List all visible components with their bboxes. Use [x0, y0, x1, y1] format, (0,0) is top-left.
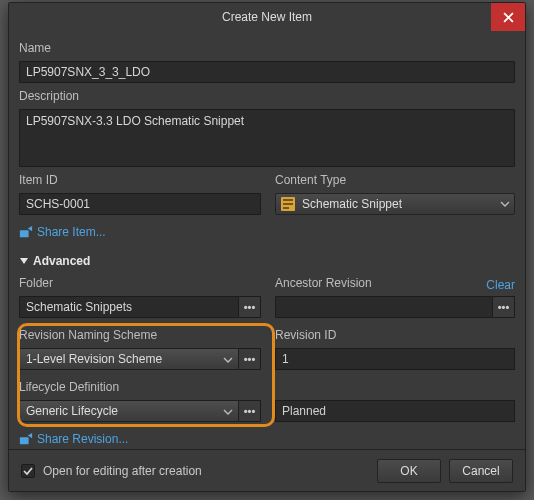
- ancestor-browse-button[interactable]: •••: [493, 296, 515, 318]
- ok-button[interactable]: OK: [377, 459, 441, 483]
- rev-id-label: Revision ID: [275, 328, 515, 342]
- rev-id-value: 1: [275, 348, 515, 370]
- share-item-link[interactable]: Share Item...: [19, 225, 106, 239]
- dialog-body: Name LP5907SNX_3_3_LDO Description LP590…: [9, 31, 525, 449]
- item-id-input[interactable]: SCHS-0001: [19, 193, 261, 215]
- svg-rect-3: [283, 207, 289, 209]
- rev-scheme-label: Revision Naming Scheme: [19, 328, 261, 342]
- folder-picker[interactable]: Schematic Snippets •••: [19, 296, 261, 318]
- collapse-triangle-icon: [19, 256, 29, 266]
- share-revision-link[interactable]: Share Revision...: [19, 432, 128, 446]
- check-icon: [23, 466, 33, 476]
- close-icon: [503, 12, 514, 23]
- titlebar: Create New Item: [9, 3, 525, 31]
- name-input[interactable]: LP5907SNX_3_3_LDO: [19, 61, 515, 83]
- advanced-toggle[interactable]: Advanced: [19, 254, 515, 268]
- svg-rect-1: [283, 199, 293, 201]
- open-after-checkbox[interactable]: [21, 464, 35, 478]
- lifecycle-select[interactable]: Generic Lifecycle: [19, 400, 239, 422]
- ancestor-label: Ancestor Revision: [275, 276, 372, 290]
- dialog-footer: Open for editing after creation OK Cance…: [9, 449, 525, 491]
- dialog-title: Create New Item: [222, 10, 312, 24]
- rev-scheme-select[interactable]: 1-Level Revision Scheme: [19, 348, 239, 370]
- close-button[interactable]: [491, 3, 525, 31]
- share-icon: [19, 225, 33, 239]
- schematic-snippet-icon: [280, 196, 296, 212]
- item-id-label: Item ID: [19, 173, 261, 187]
- folder-label: Folder: [19, 276, 261, 290]
- lifecycle-browse-button[interactable]: •••: [239, 400, 261, 422]
- create-new-item-dialog: Create New Item Name LP5907SNX_3_3_LDO D…: [8, 2, 526, 492]
- svg-rect-5: [20, 437, 29, 444]
- name-label: Name: [19, 41, 515, 55]
- rev-scheme-browse-button[interactable]: •••: [239, 348, 261, 370]
- lifecycle-label: Lifecycle Definition: [19, 380, 261, 394]
- folder-browse-button[interactable]: •••: [239, 296, 261, 318]
- svg-rect-2: [283, 203, 293, 205]
- open-after-label: Open for editing after creation: [43, 464, 202, 478]
- chevron-down-icon: [500, 199, 510, 209]
- share-icon: [19, 432, 33, 446]
- svg-rect-4: [20, 230, 29, 237]
- chevron-down-icon: [223, 407, 233, 417]
- clear-ancestor-link[interactable]: Clear: [486, 278, 515, 292]
- chevron-down-icon: [223, 355, 233, 365]
- content-type-label: Content Type: [275, 173, 515, 187]
- cancel-button[interactable]: Cancel: [449, 459, 513, 483]
- lifecycle-state-value: Planned: [275, 400, 515, 422]
- content-type-select[interactable]: Schematic Snippet: [275, 193, 515, 215]
- ancestor-picker[interactable]: •••: [275, 296, 515, 318]
- description-label: Description: [19, 89, 515, 103]
- description-input[interactable]: LP5907SNX-3.3 LDO Schematic Snippet: [19, 109, 515, 167]
